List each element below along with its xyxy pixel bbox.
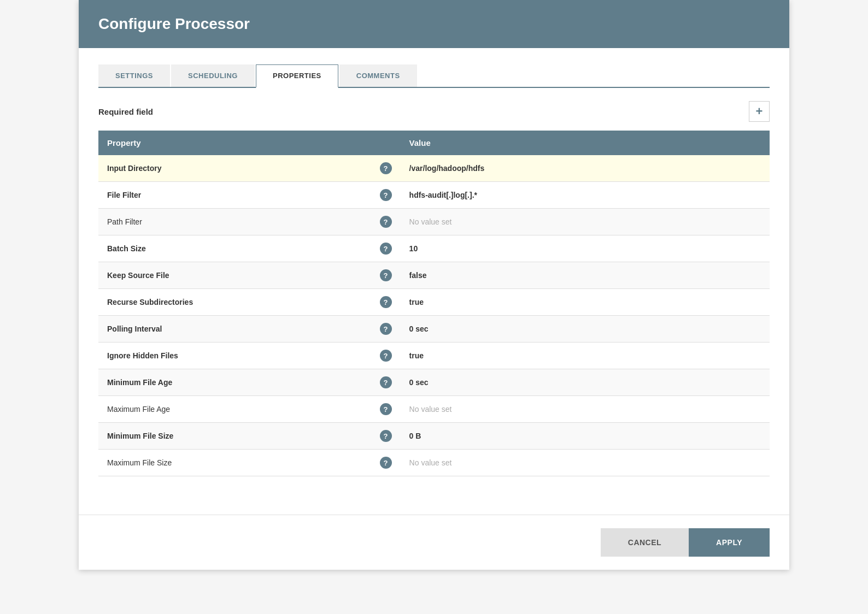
required-field-label: Required field (98, 107, 153, 116)
property-value: 0 B (409, 432, 421, 440)
property-name: Ignore Hidden Files (107, 351, 178, 360)
help-icon[interactable]: ? (380, 243, 392, 255)
table-row[interactable]: Batch Size?10 (98, 235, 770, 262)
table-row[interactable]: Maximum File Age?No value set (98, 396, 770, 423)
property-name: Batch Size (107, 244, 146, 253)
table-header-row: Property Value (98, 131, 770, 155)
property-name: Maximum File Age (107, 405, 170, 414)
tab-properties[interactable]: PROPERTIES (256, 64, 338, 88)
help-icon[interactable]: ? (380, 376, 392, 388)
column-header-property: Property (98, 131, 401, 155)
property-name: Polling Interval (107, 324, 162, 333)
help-icon[interactable]: ? (380, 216, 392, 228)
help-icon[interactable]: ? (380, 269, 392, 281)
property-name: Maximum File Size (107, 458, 172, 467)
table-row[interactable]: File Filter?hdfs-audit[.]log[.].* (98, 182, 770, 209)
table-row[interactable]: Keep Source File?false (98, 262, 770, 289)
properties-table: Property Value Input Directory?/var/log/… (98, 131, 770, 476)
dialog-body: SETTINGS SCHEDULING PROPERTIES COMMENTS … (79, 48, 789, 493)
property-name: Minimum File Size (107, 432, 173, 440)
property-value: hdfs-audit[.]log[.].* (409, 191, 477, 199)
dialog-title: Configure Processor (98, 15, 770, 33)
property-name: Recurse Subdirectories (107, 298, 193, 306)
tab-scheduling[interactable]: SCHEDULING (171, 64, 255, 87)
dialog-header: Configure Processor (79, 0, 789, 48)
cancel-button[interactable]: CANCEL (601, 528, 689, 557)
table-row[interactable]: Recurse Subdirectories?true (98, 289, 770, 316)
table-row[interactable]: Path Filter?No value set (98, 209, 770, 235)
help-icon[interactable]: ? (380, 323, 392, 335)
property-value: No value set (409, 405, 452, 414)
table-row[interactable]: Minimum File Size?0 B (98, 423, 770, 450)
property-value: 0 sec (409, 324, 429, 333)
help-icon[interactable]: ? (380, 403, 392, 415)
table-row[interactable]: Minimum File Age?0 sec (98, 369, 770, 396)
tabs-container: SETTINGS SCHEDULING PROPERTIES COMMENTS (98, 64, 770, 88)
property-value: true (409, 298, 424, 306)
configure-processor-dialog: Configure Processor SETTINGS SCHEDULING … (79, 0, 789, 570)
help-icon[interactable]: ? (380, 296, 392, 308)
dialog-footer: CANCEL APPLY (79, 515, 789, 570)
help-icon[interactable]: ? (380, 189, 392, 201)
table-row[interactable]: Input Directory?/var/log/hadoop/hdfs (98, 155, 770, 182)
add-property-button[interactable]: + (749, 101, 770, 122)
table-row[interactable]: Maximum File Size?No value set (98, 450, 770, 476)
property-name: File Filter (107, 191, 141, 199)
property-name: Minimum File Age (107, 378, 172, 387)
apply-button[interactable]: APPLY (689, 528, 770, 557)
help-icon[interactable]: ? (380, 457, 392, 469)
property-name: Keep Source File (107, 271, 169, 280)
property-value: /var/log/hadoop/hdfs (409, 164, 485, 173)
property-value: No value set (409, 217, 452, 226)
property-name: Input Directory (107, 164, 162, 173)
table-row[interactable]: Ignore Hidden Files?true (98, 343, 770, 369)
table-row[interactable]: Polling Interval?0 sec (98, 316, 770, 343)
property-value: No value set (409, 458, 452, 467)
required-field-row: Required field + (98, 101, 770, 122)
property-value: false (409, 271, 427, 280)
help-icon[interactable]: ? (380, 350, 392, 362)
property-value: true (409, 351, 424, 360)
tab-settings[interactable]: SETTINGS (98, 64, 170, 87)
property-value: 10 (409, 244, 418, 253)
help-icon[interactable]: ? (380, 162, 392, 174)
column-header-extra (702, 131, 770, 155)
property-value: 0 sec (409, 378, 429, 387)
help-icon[interactable]: ? (380, 430, 392, 442)
property-name: Path Filter (107, 217, 142, 226)
tab-comments[interactable]: COMMENTS (339, 64, 417, 87)
column-header-value: Value (401, 131, 703, 155)
